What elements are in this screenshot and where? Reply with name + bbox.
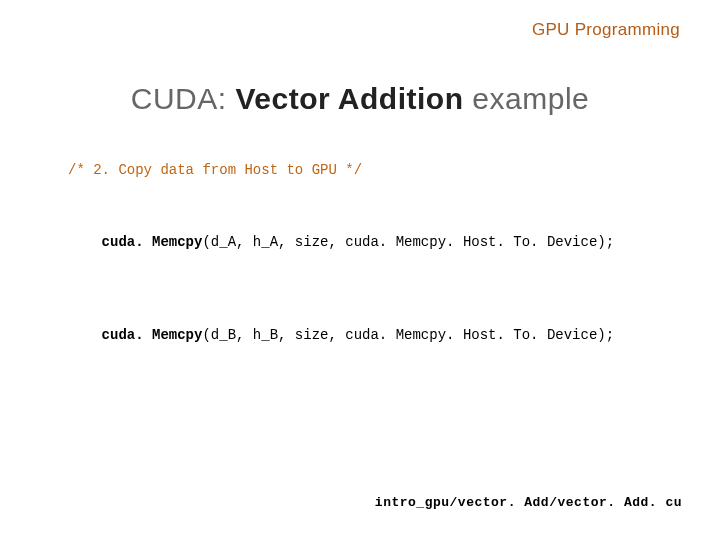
title-main: Vector Addition [235, 82, 463, 115]
slide-title: CUDA: Vector Addition example [0, 82, 720, 116]
code-fn-1: cuda. Memcpy [102, 234, 203, 250]
code-spacer [68, 282, 670, 304]
code-spacer [68, 189, 670, 211]
code-rest-1: (d_A, h_A, size, cuda. Memcpy. Host. To.… [202, 234, 614, 250]
code-line-2: cuda. Memcpy(d_B, h_B, size, cuda. Memcp… [68, 304, 670, 367]
title-suffix: example [464, 82, 590, 115]
code-fn-2: cuda. Memcpy [102, 327, 203, 343]
code-comment: /* 2. Copy data from Host to GPU */ [68, 160, 670, 181]
code-block: /* 2. Copy data from Host to GPU */ cuda… [68, 160, 670, 375]
topic-label: GPU Programming [532, 20, 680, 40]
source-file-path: intro_gpu/vector. Add/vector. Add. cu [375, 495, 682, 510]
title-prefix: CUDA: [131, 82, 236, 115]
code-rest-2: (d_B, h_B, size, cuda. Memcpy. Host. To.… [202, 327, 614, 343]
code-line-1: cuda. Memcpy(d_A, h_A, size, cuda. Memcp… [68, 211, 670, 274]
